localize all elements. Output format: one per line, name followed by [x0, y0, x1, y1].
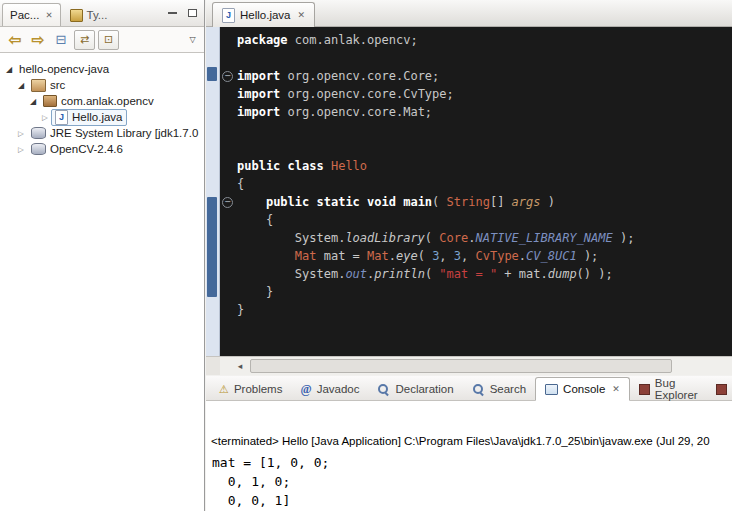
- bug-icon: [639, 384, 650, 395]
- link-editor-icon[interactable]: ⇄: [74, 30, 95, 50]
- java-file-icon: J: [222, 8, 235, 23]
- minimize-icon[interactable]: [166, 7, 178, 19]
- fold-gutter: [220, 301, 237, 319]
- tab-javadoc[interactable]: @Javadoc: [291, 378, 368, 400]
- code-line: [220, 121, 732, 139]
- close-icon[interactable]: ✕: [298, 10, 306, 20]
- tree-item-jre-system-library-jdk1-7-0[interactable]: ▷JRE System Library [jdk1.7.0: [0, 125, 204, 141]
- view-tabbar: Pac... ✕ Ty...: [0, 0, 204, 27]
- bottom-tabbar: ⚠Problems@JavadocDeclarationSearchConsol…: [206, 376, 732, 401]
- code-line: − public static void main( String[] args…: [220, 193, 732, 211]
- tree-item-label: OpenCV-2.4.6: [50, 143, 123, 155]
- eclipse-window: Pac... ✕ Ty... ⇦⇨⊟⇄⊡▽ ◢hello-opencv-java…: [0, 0, 732, 511]
- console-header: <terminated> Hello [Java Application] C:…: [211, 435, 732, 447]
- package-icon: [43, 95, 57, 107]
- scrollbar-thumb[interactable]: [250, 359, 672, 373]
- scrollbar-corner: [206, 356, 220, 375]
- type-hierarchy-icon: [70, 9, 83, 22]
- close-icon[interactable]: ✕: [45, 10, 52, 20]
- tree-item-hello-java[interactable]: ▷JHello.java: [0, 109, 204, 125]
- collapse-arrow-icon[interactable]: ◢: [3, 65, 15, 74]
- tab-problems[interactable]: ⚠Problems: [210, 378, 291, 400]
- focus-icon[interactable]: ⊡: [98, 30, 119, 50]
- tree-item-opencv-2-4-6[interactable]: ▷OpenCV-2.4.6: [0, 141, 204, 157]
- bug-icon: [716, 384, 727, 395]
- expand-arrow-icon[interactable]: ▷: [39, 113, 51, 122]
- console-icon: [545, 384, 558, 395]
- fold-gutter: [220, 247, 237, 265]
- code-line-text: package com.anlak.opencv;: [237, 31, 418, 49]
- fold-range-mark: [207, 197, 217, 297]
- code-line-text: public static void main( String[] args ): [237, 193, 555, 211]
- restore-icon[interactable]: [186, 7, 198, 19]
- fold-gutter: [220, 121, 237, 139]
- tab-label: Console: [563, 383, 605, 395]
- back-icon[interactable]: ⇦: [5, 30, 25, 50]
- tree-item-label: com.anlak.opencv: [61, 95, 154, 107]
- tab-label: Bug Explorer: [655, 377, 698, 401]
- code-line: System.loadLibrary( Core.NATIVE_LIBRARY_…: [220, 229, 732, 247]
- code-editor[interactable]: package com.anlak.opencv;−import org.ope…: [220, 27, 732, 357]
- code-line: public class Hello: [220, 157, 732, 175]
- tab-label: Javadoc: [317, 383, 360, 395]
- fold-gutter: [220, 85, 237, 103]
- tab-declaration[interactable]: Declaration: [368, 378, 462, 400]
- tree-item-src[interactable]: ◢src: [0, 77, 204, 93]
- console-line: 0, 0, 1]: [212, 491, 732, 510]
- editor-tab-label: Hello.java: [240, 9, 291, 21]
- scroll-left-icon[interactable]: ◂: [232, 361, 248, 371]
- annotation-ruler: [206, 27, 220, 357]
- editor-body: package com.anlak.opencv;−import org.ope…: [206, 27, 732, 357]
- package-explorer-toolbar: ⇦⇨⊟⇄⊡▽: [0, 27, 204, 53]
- java-file-icon: J: [55, 110, 68, 125]
- fold-gutter: [220, 157, 237, 175]
- code-line: package com.anlak.opencv;: [220, 31, 732, 49]
- tree-item-label: Hello.java: [72, 111, 123, 123]
- tab-label: Declaration: [395, 383, 453, 395]
- fold-gutter: [220, 139, 237, 157]
- fold-collapse-icon[interactable]: −: [222, 197, 233, 208]
- tree-item-hello-opencv-java[interactable]: ◢hello-opencv-java: [0, 61, 204, 77]
- tab-bug-explorer[interactable]: Bug Explorer: [630, 378, 707, 400]
- code-line: import org.opencv.core.Mat;: [220, 103, 732, 121]
- forward-icon[interactable]: ⇨: [28, 30, 48, 50]
- code-line-text: System.loadLibrary( Core.NATIVE_LIBRARY_…: [237, 229, 634, 247]
- view-menu-icon[interactable]: ▽: [186, 30, 199, 50]
- fold-collapse-icon[interactable]: −: [222, 71, 233, 82]
- code-line-text: import org.opencv.core.Mat;: [237, 103, 432, 121]
- collapse-arrow-icon[interactable]: ◢: [27, 97, 39, 106]
- bottom-panel: ⚠Problems@JavadocDeclarationSearchConsol…: [206, 376, 732, 511]
- console-line: mat = [1, 0, 0;: [212, 453, 732, 472]
- collapse-all-icon[interactable]: ⊟: [51, 30, 71, 50]
- horizontal-scrollbar[interactable]: ◂: [220, 356, 732, 375]
- tree-item-com-anlak-opencv[interactable]: ◢com.anlak.opencv: [0, 93, 204, 109]
- tab-bug[interactable]: Bug: [707, 378, 732, 400]
- fold-gutter: [220, 103, 237, 121]
- code-line: −import org.opencv.core.Core;: [220, 67, 732, 85]
- code-line-text: import org.opencv.core.Core;: [237, 67, 439, 85]
- tab-type-hierarchy[interactable]: Ty...: [62, 3, 116, 26]
- tab-search[interactable]: Search: [463, 378, 535, 400]
- collapse-arrow-icon[interactable]: ◢: [15, 81, 27, 90]
- fold-gutter: −: [220, 67, 237, 85]
- code-line: System.out.println( "mat = " + mat.dump(…: [220, 265, 732, 283]
- code-line: {: [220, 175, 732, 193]
- fold-gutter: [220, 283, 237, 301]
- library-icon: [31, 143, 46, 155]
- tab-console[interactable]: Console✕: [535, 377, 630, 401]
- code-line: [220, 49, 732, 67]
- tree-item-body: src: [27, 77, 69, 94]
- editor-tab-hello-java[interactable]: J Hello.java ✕: [212, 2, 315, 27]
- expand-arrow-icon[interactable]: ▷: [15, 129, 27, 138]
- code-line-text: Mat mat = Mat.eye( 3, 3, CvType.CV_8UC1 …: [237, 247, 598, 265]
- tab-label: Ty...: [87, 9, 108, 21]
- code-line: }: [220, 301, 732, 319]
- src-folder-icon: [31, 79, 46, 92]
- console-view: <terminated> Hello [Java Application] C:…: [206, 401, 732, 511]
- expand-arrow-icon[interactable]: ▷: [15, 145, 27, 154]
- fold-gutter: [220, 265, 237, 283]
- javadoc-icon: @: [300, 382, 311, 397]
- close-icon[interactable]: ✕: [612, 384, 620, 394]
- tree-item-body: hello-opencv-java: [15, 61, 113, 78]
- tab-package-explorer[interactable]: Pac... ✕: [2, 3, 61, 26]
